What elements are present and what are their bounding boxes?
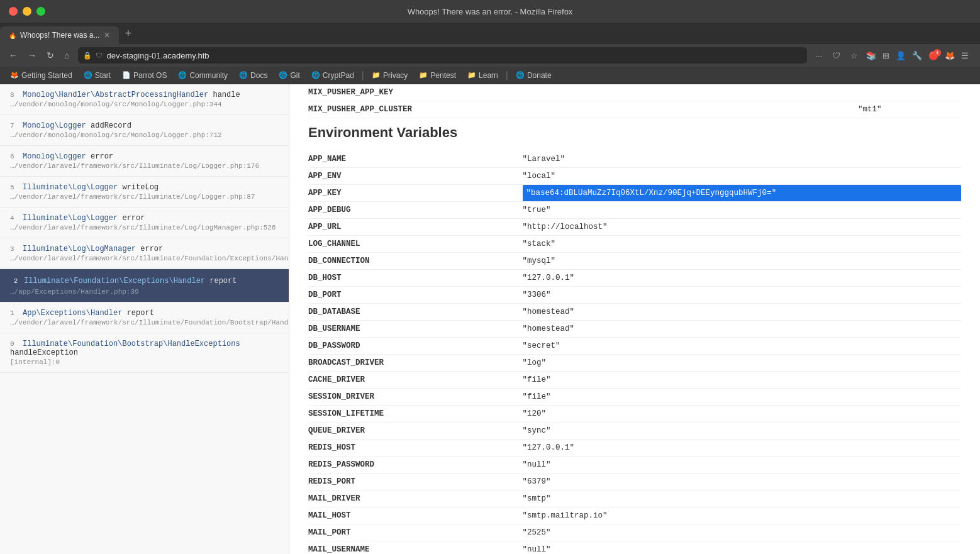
extension2-button[interactable]: 🔴 4 bbox=[926, 49, 941, 62]
url-bar[interactable]: 🔒 🛡 dev-staging-01.academy.htb bbox=[78, 47, 807, 64]
bookmark-icon-cryptpad: 🌐 bbox=[311, 71, 320, 79]
stack-num: 8 bbox=[10, 91, 19, 99]
bookmark-icon-docs: 🌐 bbox=[239, 71, 248, 79]
badge: 4 bbox=[933, 49, 941, 57]
stack-class: Illuminate\Log\LogManager bbox=[23, 245, 140, 253]
tab-bar: 🔥 Whoops! There was a... ✕ + bbox=[0, 23, 980, 44]
toolbar-icons: 📚 ⊞ 👤 🔧 🔴 4 🦊 ☰ bbox=[864, 49, 975, 62]
bookmark-cryptpad[interactable]: 🌐 CryptPad bbox=[306, 70, 359, 81]
bookmark-start[interactable]: 🌐 Start bbox=[79, 70, 116, 81]
url-domain: academy.htb bbox=[163, 51, 209, 60]
bookmark-icon-pentest: 📁 bbox=[419, 71, 428, 79]
more-button[interactable]: ··· bbox=[812, 49, 825, 62]
env-key: APP_DEBUG bbox=[308, 202, 523, 219]
stack-method: handleException bbox=[10, 348, 78, 357]
stack-method: error bbox=[122, 214, 145, 223]
container-button[interactable]: 🛡 bbox=[829, 49, 844, 62]
stack-item[interactable]: 1App\Exceptions\Handler report…/vendor/l… bbox=[0, 302, 289, 333]
stack-item[interactable]: 0Illuminate\Foundation\Bootstrap\HandleE… bbox=[0, 333, 289, 373]
env-value: "secret" bbox=[523, 338, 961, 355]
stack-item[interactable]: 4Illuminate\Log\Logger error…/vendor/lar… bbox=[0, 208, 289, 238]
env-value: "local" bbox=[523, 168, 961, 185]
stack-num: 0 bbox=[10, 340, 19, 348]
maximize-button[interactable] bbox=[36, 7, 45, 16]
bookmark-label: Donate bbox=[527, 71, 552, 80]
extension1-button[interactable]: 🔧 bbox=[910, 49, 925, 62]
env-key: MAIL_PORT bbox=[308, 524, 523, 541]
env-row: QUEUE_DRIVER"sync" bbox=[308, 423, 961, 440]
env-value: "127.0.0.1" bbox=[523, 270, 961, 287]
stack-item[interactable]: 7Monolog\Logger addRecord…/vendor/monolo… bbox=[0, 115, 289, 146]
env-row: DB_USERNAME"homestead" bbox=[308, 321, 961, 338]
bookmark-getting-started[interactable]: 🦊 Getting Started bbox=[5, 70, 77, 81]
env-row: LOG_CHANNEL"stack" bbox=[308, 236, 961, 253]
bookmark-label: Pentest bbox=[430, 71, 456, 80]
active-tab[interactable]: 🔥 Whoops! There was a... ✕ bbox=[0, 26, 119, 44]
env-row: MAIL_HOST"smtp.mailtrap.io" bbox=[308, 507, 961, 524]
stack-item[interactable]: 8Monolog\Handler\AbstractProcessingHandl… bbox=[0, 84, 289, 115]
stack-class: Illuminate\Log\Logger bbox=[23, 214, 122, 223]
env-value: "smtp" bbox=[523, 490, 961, 507]
reload-button[interactable]: ↻ bbox=[43, 48, 58, 63]
stack-file: …/app/Exceptions/Handler.php:39 bbox=[10, 288, 279, 296]
env-key: REDIS_PORT bbox=[308, 474, 523, 490]
bookmark-donate[interactable]: 🌐 Donate bbox=[511, 70, 557, 81]
menu-button[interactable]: ☰ bbox=[959, 49, 971, 62]
stack-file: [internal]:0 bbox=[10, 358, 279, 366]
env-row: APP_DEBUG"true" bbox=[308, 202, 961, 219]
bookmark-privacy[interactable]: 📁 Privacy bbox=[367, 70, 413, 81]
env-value: "base64:dBLUaMuZz7Iq06XtL/Xnz/90Ejq+DEEy… bbox=[523, 185, 961, 202]
bookmark-label: CryptPad bbox=[323, 71, 354, 80]
env-key: DB_CONNECTION bbox=[308, 253, 523, 270]
stack-item[interactable]: 2Illuminate\Foundation\Exceptions\Handle… bbox=[0, 269, 289, 302]
stack-file: …/vendor/laravel/framework/src/Illuminat… bbox=[10, 224, 279, 231]
bookmark-parrot-os[interactable]: 📄 Parrot OS bbox=[117, 70, 172, 81]
bookmark-learn[interactable]: 📁 Learn bbox=[462, 70, 503, 81]
stack-item[interactable]: 6Monolog\Logger error…/vendor/laravel/fr… bbox=[0, 146, 289, 177]
home-button[interactable]: ⌂ bbox=[60, 48, 73, 63]
env-value: "homestead" bbox=[523, 304, 961, 321]
tab-title: Whoops! There was a... bbox=[20, 31, 100, 40]
extension3-button[interactable]: 🦊 bbox=[942, 49, 957, 62]
stack-class: Monolog\Logger bbox=[23, 121, 91, 130]
stack-item[interactable]: 5Illuminate\Log\Logger writeLog…/vendor/… bbox=[0, 177, 289, 208]
bookmark-pentest[interactable]: 📁 Pentest bbox=[414, 70, 461, 81]
bookmark-separator: | bbox=[360, 70, 365, 81]
bookmark-community[interactable]: 🌐 Community bbox=[173, 70, 233, 81]
bookmark-button[interactable]: ☆ bbox=[847, 49, 861, 62]
stack-method: writeLog bbox=[122, 183, 159, 192]
close-button[interactable] bbox=[9, 7, 18, 16]
new-tab-button[interactable]: + bbox=[119, 27, 138, 40]
env-value: "2525" bbox=[523, 524, 961, 541]
bookmark-docs[interactable]: 🌐 Docs bbox=[234, 70, 272, 81]
env-key: MAIL_DRIVER bbox=[308, 490, 523, 507]
env-row: MIX_PUSHER_APP_KEY bbox=[308, 84, 961, 101]
bookmark-git[interactable]: 🌐 Git bbox=[274, 70, 304, 81]
back-button[interactable]: ← bbox=[5, 48, 21, 63]
stack-item[interactable]: 3Illuminate\Log\LogManager error…/vendor… bbox=[0, 238, 289, 269]
stack-num: 2 bbox=[10, 275, 21, 287]
stack-method: report bbox=[209, 277, 237, 285]
forward-button[interactable]: → bbox=[24, 48, 40, 63]
content-area: MIX_PUSHER_APP_KEY MIX_PUSHER_APP_CLUSTE… bbox=[289, 84, 980, 554]
stack-file: …/vendor/monolog/monolog/src/Monolog/Log… bbox=[10, 131, 279, 139]
env-variables-table: APP_NAME"Laravel"APP_ENV"local"APP_KEY"b… bbox=[308, 151, 961, 554]
stack-num: 6 bbox=[10, 153, 19, 160]
tab-close-button[interactable]: ✕ bbox=[104, 31, 110, 40]
title-bar: Whoops! There was an error. - Mozilla Fi… bbox=[0, 0, 980, 23]
nav-bar: ← → ↻ ⌂ 🔒 🛡 dev-staging-01.academy.htb ·… bbox=[0, 44, 980, 67]
bookmark-icon-start: 🌐 bbox=[84, 71, 92, 79]
env-value: "http://localhost" bbox=[523, 219, 961, 236]
env-row: MAIL_PORT"2525" bbox=[308, 524, 961, 541]
env-value: "file" bbox=[523, 372, 961, 389]
stack-method: handle bbox=[213, 91, 240, 99]
minimize-button[interactable] bbox=[23, 7, 31, 16]
synced-tabs-button[interactable]: ⊞ bbox=[880, 49, 892, 62]
library-button[interactable]: 📚 bbox=[864, 49, 879, 62]
tab-favicon: 🔥 bbox=[9, 32, 16, 39]
main-container: 8Monolog\Handler\AbstractProcessingHandl… bbox=[0, 84, 980, 554]
stack-method: error bbox=[91, 152, 113, 161]
profile-button[interactable]: 👤 bbox=[893, 49, 908, 62]
env-key: REDIS_PASSWORD bbox=[308, 457, 523, 474]
env-key: MIX_PUSHER_APP_KEY bbox=[308, 84, 858, 101]
